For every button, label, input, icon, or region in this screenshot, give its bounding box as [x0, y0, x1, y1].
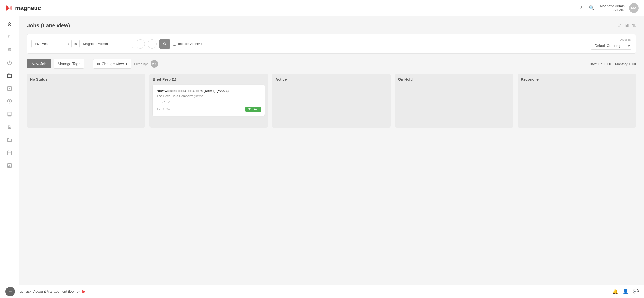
- page-title: Jobs (Lane view): [27, 23, 70, 29]
- svg-point-9: [8, 125, 10, 127]
- lane-no-status-title: No Status: [30, 77, 142, 81]
- filter-by-label: Filter By:: [134, 62, 148, 66]
- profile-icon[interactable]: 👤: [623, 289, 628, 295]
- svg-point-12: [164, 43, 166, 45]
- lane-reconcile: Reconcile: [518, 74, 636, 128]
- new-job-button[interactable]: New Job: [27, 59, 51, 68]
- once-off-value: 0.00: [604, 62, 611, 66]
- help-icon[interactable]: ?: [578, 4, 583, 12]
- completed-count: 0: [173, 100, 174, 104]
- job-card-stats: ☐ 27 ☑ 0: [156, 100, 261, 104]
- sidebar-item-files[interactable]: [4, 135, 15, 145]
- due-date-badge: 31 Dec: [245, 107, 261, 112]
- notifications-icon[interactable]: 🔔: [612, 289, 618, 295]
- sidebar-item-finance[interactable]: [4, 57, 15, 68]
- once-off-label: Once Off:: [588, 62, 603, 66]
- sidebar-item-jobs[interactable]: [4, 70, 15, 81]
- logo-text: magnetic: [15, 5, 41, 12]
- order-by-select[interactable]: Default Ordering: [591, 42, 631, 50]
- sidebar-item-home[interactable]: [4, 19, 15, 29]
- monitor-icon[interactable]: 🖥: [624, 23, 629, 29]
- sidebar-item-clients[interactable]: [4, 44, 15, 55]
- user-name: Magnetic Admin: [600, 4, 625, 8]
- user-info: Magnetic Admin ADMIN: [600, 4, 625, 12]
- order-by-label: Order By: [620, 38, 631, 41]
- sprint-icon: ⬆: [163, 107, 165, 111]
- svg-line-13: [166, 44, 166, 45]
- monthly-label: Monthly:: [615, 62, 628, 66]
- bottom-bar: + Top Task: Account Management (Demo) ▶ …: [0, 285, 644, 298]
- job-age: 1y: [156, 107, 160, 111]
- svg-point-4: [9, 48, 11, 49]
- filter-involves-select[interactable]: Involves: [31, 40, 72, 48]
- sidebar-item-knowledge[interactable]: [4, 109, 15, 120]
- job-card-title: New website coca-cola.com (Demo) (#0002): [156, 88, 261, 93]
- lanes-container: No Status Brief Prep (1) New website coc…: [27, 74, 636, 128]
- include-archives-checkbox[interactable]: [173, 42, 176, 46]
- sidebar-item-time[interactable]: [4, 96, 15, 107]
- svg-rect-6: [7, 74, 11, 78]
- monthly-value: 0.00: [629, 62, 636, 66]
- messages-icon[interactable]: 💬: [633, 289, 639, 295]
- filter-bar: Involves is − + Include Archives: [27, 34, 636, 54]
- lane-active: Active: [272, 74, 390, 128]
- svg-marker-0: [6, 5, 9, 11]
- filter-add-button[interactable]: +: [148, 39, 157, 49]
- task-count: 27: [162, 100, 165, 104]
- sidebar-item-contacts[interactable]: [4, 122, 15, 132]
- expand-icon[interactable]: ⤢: [618, 23, 622, 29]
- manage-tags-button[interactable]: Manage Tags: [54, 59, 84, 69]
- change-view-button[interactable]: ⊞ Change View ▾: [93, 59, 131, 69]
- sidebar-item-reports[interactable]: [4, 160, 15, 171]
- sidebar-item-tasks[interactable]: [4, 83, 15, 94]
- sidebar-item-ideas[interactable]: [4, 32, 15, 42]
- avatar[interactable]: MA: [629, 3, 639, 13]
- lane-brief-prep: Brief Prep (1) New website coca-cola.com…: [149, 74, 268, 128]
- settings-icon[interactable]: ⇅: [632, 23, 636, 29]
- once-off-section: Once Off: 0.00 Monthly: 0.00: [588, 62, 636, 66]
- task-count-icon: ☐: [156, 100, 159, 104]
- job-card-footer: 1y ⬆ 2w 31 Dec: [156, 107, 261, 112]
- top-task-label: Top Task: Account Management (Demo): [18, 289, 80, 293]
- search-icon[interactable]: 🔍: [588, 4, 596, 12]
- lane-brief-prep-title: Brief Prep (1): [153, 77, 265, 81]
- include-archives-label[interactable]: Include Archives: [173, 42, 203, 46]
- sidebar: [0, 16, 19, 285]
- job-sprint: ⬆ 2w: [163, 107, 170, 111]
- add-button[interactable]: +: [5, 287, 15, 296]
- filter-is-label: is: [74, 42, 77, 46]
- toolbar: New Job Manage Tags | ⊞ Change View ▾ Fi…: [27, 59, 636, 69]
- lane-active-title: Active: [275, 77, 387, 81]
- lane-on-hold-title: On Hold: [398, 77, 510, 81]
- filter-search-button[interactable]: [159, 39, 170, 49]
- svg-rect-10: [7, 151, 11, 155]
- completed-icon: ☑: [167, 100, 170, 104]
- lane-on-hold: On Hold: [395, 74, 513, 128]
- filter-remove-button[interactable]: −: [136, 39, 145, 49]
- filter-avatar[interactable]: MA: [151, 60, 158, 68]
- user-role: ADMIN: [600, 8, 625, 12]
- job-card-company: The Coca-Cola Company (Demo): [156, 94, 261, 98]
- filter-value-input[interactable]: [79, 40, 133, 48]
- svg-marker-1: [9, 5, 12, 11]
- sidebar-item-calendar[interactable]: [4, 147, 15, 158]
- lane-no-status: No Status: [27, 74, 145, 128]
- toolbar-divider: |: [88, 61, 89, 67]
- play-button[interactable]: ▶: [82, 289, 86, 294]
- job-card[interactable]: New website coca-cola.com (Demo) (#0002)…: [153, 85, 265, 116]
- logo: magnetic: [5, 4, 41, 12]
- order-by-section: Order By Default Ordering: [591, 38, 631, 50]
- svg-point-2: [8, 35, 10, 37]
- lane-reconcile-title: Reconcile: [521, 77, 633, 81]
